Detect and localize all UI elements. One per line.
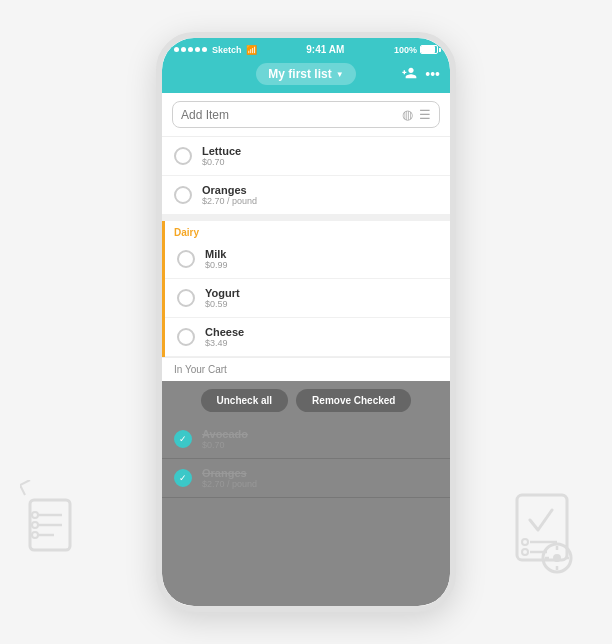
svg-point-5 bbox=[32, 522, 38, 528]
list-item[interactable]: Lettuce $0.70 bbox=[162, 137, 450, 176]
item-name-oranges-cart: Oranges bbox=[202, 467, 257, 479]
item-price-milk: $0.99 bbox=[205, 260, 228, 270]
input-icons: ◍ ☰ bbox=[402, 107, 431, 122]
list-content: Lettuce $0.70 Oranges $2.70 / pound bbox=[162, 137, 450, 606]
item-name-milk: Milk bbox=[205, 248, 228, 260]
more-icon: ••• bbox=[425, 66, 440, 82]
item-checkbox-cheese[interactable] bbox=[177, 328, 195, 346]
item-checkbox-oranges[interactable] bbox=[174, 186, 192, 204]
list-item[interactable]: Yogurt $0.59 bbox=[165, 279, 450, 318]
carrier-label: Sketch bbox=[212, 45, 242, 55]
right-decoration bbox=[502, 490, 592, 584]
item-text-milk: Milk $0.99 bbox=[205, 248, 228, 270]
item-name-lettuce: Lettuce bbox=[202, 145, 241, 157]
signal-dot-2 bbox=[181, 47, 186, 52]
item-name-yogurt: Yogurt bbox=[205, 287, 240, 299]
svg-point-15 bbox=[553, 554, 561, 562]
svg-line-7 bbox=[20, 485, 25, 495]
remove-checked-button[interactable]: Remove Checked bbox=[296, 389, 411, 412]
svg-point-6 bbox=[32, 532, 38, 538]
cart-item[interactable]: ✓ Avocado $0.70 bbox=[162, 420, 450, 459]
item-checkbox-yogurt[interactable] bbox=[177, 289, 195, 307]
produce-section: Lettuce $0.70 Oranges $2.70 / pound bbox=[162, 137, 450, 215]
more-options-button[interactable]: ••• bbox=[425, 65, 440, 84]
header-icons: ••• bbox=[401, 65, 440, 84]
add-item-bar: ◍ ☰ bbox=[162, 93, 450, 137]
item-price-avocado: $0.70 bbox=[202, 440, 248, 450]
add-item-input[interactable] bbox=[181, 108, 396, 122]
item-name-cheese: Cheese bbox=[205, 326, 244, 338]
item-name-avocado: Avocado bbox=[202, 428, 248, 440]
svg-rect-9 bbox=[517, 495, 567, 560]
app-header: My first list ▼ ••• bbox=[162, 59, 450, 93]
list-item[interactable]: Oranges $2.70 / pound bbox=[162, 176, 450, 215]
cart-item[interactable]: ✓ Oranges $2.70 / pound bbox=[162, 459, 450, 498]
dairy-section: Dairy Milk $0.99 bbox=[162, 221, 450, 357]
wifi-icon: 📶 bbox=[246, 45, 257, 55]
dairy-section-label: Dairy bbox=[165, 221, 450, 240]
cart-actions: Uncheck all Remove Checked bbox=[162, 381, 450, 420]
item-price-cheese: $3.49 bbox=[205, 338, 244, 348]
battery-percent: 100% bbox=[394, 45, 417, 55]
item-text-yogurt: Yogurt $0.59 bbox=[205, 287, 240, 309]
status-left: Sketch 📶 bbox=[174, 45, 257, 55]
svg-line-8 bbox=[20, 480, 30, 485]
list-item[interactable]: Cheese $3.49 bbox=[165, 318, 450, 357]
item-price-oranges-cart: $2.70 / pound bbox=[202, 479, 257, 489]
left-decoration bbox=[20, 480, 100, 564]
history-icon[interactable]: ◍ bbox=[402, 107, 413, 122]
status-bar: Sketch 📶 9:41 AM 100% bbox=[162, 38, 450, 59]
cart-items: ✓ Avocado $0.70 ✓ Oranges $2.70 / pound bbox=[162, 420, 450, 606]
item-text-lettuce: Lettuce $0.70 bbox=[202, 145, 241, 167]
item-checkbox-lettuce[interactable] bbox=[174, 147, 192, 165]
chevron-down-icon: ▼ bbox=[336, 70, 344, 79]
item-checkbox-oranges-cart[interactable]: ✓ bbox=[174, 469, 192, 487]
signal-dot-5 bbox=[202, 47, 207, 52]
time-display: 9:41 AM bbox=[306, 44, 344, 55]
svg-point-13 bbox=[522, 549, 528, 555]
signal-dot-3 bbox=[188, 47, 193, 52]
item-text-oranges-cart: Oranges $2.70 / pound bbox=[202, 467, 257, 489]
battery-icon bbox=[420, 45, 438, 54]
signal-dot-1 bbox=[174, 47, 179, 52]
list-item[interactable]: Milk $0.99 bbox=[165, 240, 450, 279]
phone-shell: Sketch 📶 9:41 AM 100% My first list ▼ bbox=[156, 32, 456, 612]
item-price-yogurt: $0.59 bbox=[205, 299, 240, 309]
phone-inner: Sketch 📶 9:41 AM 100% My first list ▼ bbox=[162, 38, 450, 606]
item-price-oranges: $2.70 / pound bbox=[202, 196, 257, 206]
status-right: 100% bbox=[394, 45, 438, 55]
add-item-input-wrapper[interactable]: ◍ ☰ bbox=[172, 101, 440, 128]
item-text-avocado: Avocado $0.70 bbox=[202, 428, 248, 450]
svg-point-4 bbox=[32, 512, 38, 518]
signal-dot-4 bbox=[195, 47, 200, 52]
svg-point-11 bbox=[522, 539, 528, 545]
list-title-button[interactable]: My first list ▼ bbox=[256, 63, 355, 85]
item-price-lettuce: $0.70 bbox=[202, 157, 241, 167]
item-text-cheese: Cheese $3.49 bbox=[205, 326, 244, 348]
page-wrapper: Sketch 📶 9:41 AM 100% My first list ▼ bbox=[0, 0, 612, 644]
add-person-button[interactable] bbox=[401, 65, 417, 84]
cart-header: In Your Cart bbox=[162, 357, 450, 381]
item-checkbox-milk[interactable] bbox=[177, 250, 195, 268]
item-name-oranges: Oranges bbox=[202, 184, 257, 196]
item-checkbox-avocado[interactable]: ✓ bbox=[174, 430, 192, 448]
battery-fill bbox=[421, 46, 435, 53]
cart-header-label: In Your Cart bbox=[174, 364, 227, 375]
uncheck-all-button[interactable]: Uncheck all bbox=[201, 389, 289, 412]
item-text-oranges: Oranges $2.70 / pound bbox=[202, 184, 257, 206]
barcode-icon[interactable]: ☰ bbox=[419, 107, 431, 122]
list-title-label: My first list bbox=[268, 67, 331, 81]
